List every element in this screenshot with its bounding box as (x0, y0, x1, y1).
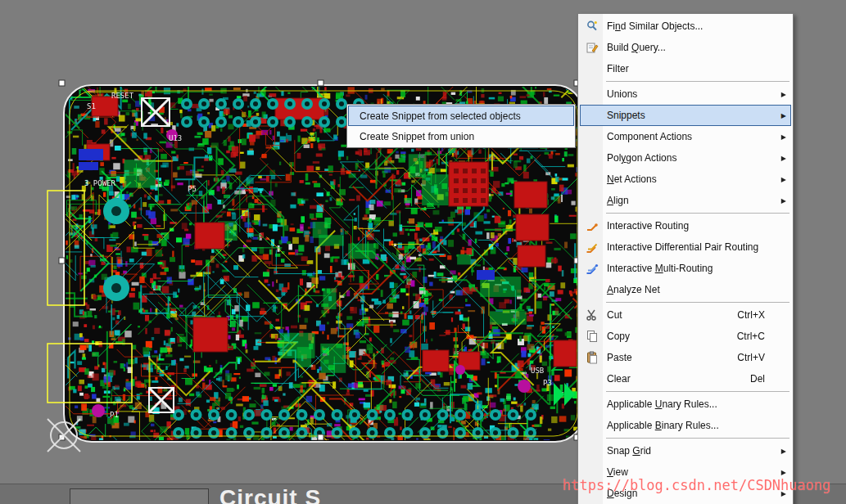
menu-item-label: Applicable Unary Rules... (607, 398, 717, 410)
menu-item-shortcut: Ctrl+X (737, 309, 775, 321)
menu-item-polygon-actions[interactable]: Polygon Actions▶ (580, 147, 791, 169)
menu-item-label: Net Actions (607, 173, 657, 185)
menu-separator (606, 81, 789, 82)
interactive-routing-icon (580, 219, 604, 232)
menu-item-label: Build Query... (607, 42, 666, 53)
menu-item-interactive-routing[interactable]: Interactive Routing (580, 215, 791, 236)
submenu-arrow-icon: ▶ (781, 112, 786, 119)
menu-item-cut[interactable]: CutCtrl+X (580, 304, 791, 326)
submenu-arrow-icon: ▶ (781, 133, 786, 141)
snippets-submenu: Create Snippet from selected objectsCrea… (346, 104, 576, 148)
menu-separator (606, 438, 789, 439)
menu-item-net-actions[interactable]: Net Actions▶ (580, 169, 791, 190)
menu-item-label: Cut (607, 309, 622, 321)
menu-item-filter[interactable]: Filter (580, 58, 791, 79)
submenu-arrow-icon: ▶ (781, 469, 786, 476)
menu-item-applicable-binary-rules[interactable]: Applicable Binary Rules... (580, 415, 791, 436)
menu-item-view[interactable]: View▶ (580, 461, 791, 483)
menu-item-unions[interactable]: Unions▶ (580, 83, 791, 105)
menu-item-snippets[interactable]: Snippets▶ (580, 105, 791, 126)
menu-item-label: Create Snippet from union (360, 131, 474, 142)
menu-item-label: Design (607, 488, 637, 499)
menu-item-shortcut: Ctrl+C (737, 331, 775, 342)
find-similar-icon (580, 20, 604, 33)
menu-item-label: Snippets (607, 110, 645, 121)
menu-item-label: Interactive Differential Pair Routing (607, 241, 758, 253)
application-window: Create Snippet from selected objectsCrea… (0, 0, 846, 504)
menu-item-analyze-net[interactable]: Analyze Net (580, 279, 791, 300)
menu-item-label: Filter (607, 63, 629, 74)
menu-item-label: Create Snippet from selected objects (360, 110, 521, 122)
menu-item-create-snippet-from-union[interactable]: Create Snippet from union (348, 126, 574, 146)
menu-item-label: Polygon Actions (607, 152, 676, 164)
menu-item-label: Clear (607, 373, 631, 385)
context-menu: Find Similar Objects...Build Query...Fil… (577, 13, 794, 504)
submenu-arrow-icon: ▶ (781, 155, 786, 162)
menu-item-label: Find Similar Objects... (607, 20, 703, 32)
menu-item-shortcut: Ctrl+V (737, 352, 775, 363)
menu-item-label: Snap Grid (607, 445, 651, 457)
interactive-multi-routing-icon (580, 262, 604, 275)
menu-item-label: Unions (607, 88, 637, 100)
submenu-arrow-icon: ▶ (781, 176, 786, 183)
menu-item-label: Interactive Routing (607, 220, 689, 232)
menu-item-label: Applicable Binary Rules... (607, 420, 719, 431)
submenu-arrow-icon: ▶ (781, 91, 786, 98)
menu-item-find-similar-objects[interactable]: Find Similar Objects... (580, 16, 791, 37)
menu-item-label: Align (607, 195, 629, 206)
menu-item-snap-grid[interactable]: Snap Grid▶ (580, 440, 791, 461)
submenu-arrow-icon: ▶ (781, 197, 786, 205)
bottom-panel-title: Circuit S (219, 485, 321, 504)
menu-item-clear[interactable]: ClearDel (580, 368, 791, 389)
menu-item-applicable-unary-rules[interactable]: Applicable Unary Rules... (580, 394, 791, 415)
menu-separator (606, 302, 789, 303)
build-query-icon (580, 41, 604, 54)
menu-item-label: Interactive Multi-Routing (607, 263, 713, 274)
paste-icon (580, 351, 604, 364)
menu-item-copy[interactable]: CopyCtrl+C (580, 326, 791, 347)
menu-item-label: Paste (607, 352, 632, 363)
menu-separator (606, 213, 789, 214)
menu-item-create-snippet-from-selected-objects[interactable]: Create Snippet from selected objects (348, 106, 574, 126)
submenu-arrow-icon: ▶ (781, 448, 786, 455)
submenu-arrow-icon: ▶ (781, 490, 786, 497)
menu-item-label: Analyze Net (607, 284, 660, 295)
menu-item-paste[interactable]: PasteCtrl+V (580, 347, 791, 368)
interactive-diff-routing-icon (580, 241, 604, 254)
menu-item-design[interactable]: Design▶ (580, 483, 791, 504)
menu-item-label: Copy (607, 331, 630, 342)
bottom-panel-box[interactable] (70, 488, 209, 504)
menu-item-component-actions[interactable]: Component Actions▶ (580, 126, 791, 147)
copy-icon (580, 330, 604, 343)
cut-icon (580, 308, 604, 322)
menu-item-align[interactable]: Align▶ (580, 190, 791, 211)
menu-item-label: View (607, 466, 628, 478)
menu-item-shortcut: Del (750, 373, 775, 385)
menu-item-label: Component Actions (607, 131, 692, 142)
menu-item-interactive-differential-pair-routing[interactable]: Interactive Differential Pair Routing (580, 236, 791, 258)
menu-separator (606, 391, 789, 392)
menu-item-build-query[interactable]: Build Query... (580, 37, 791, 58)
menu-item-interactive-multi-routing[interactable]: Interactive Multi-Routing (580, 258, 791, 279)
